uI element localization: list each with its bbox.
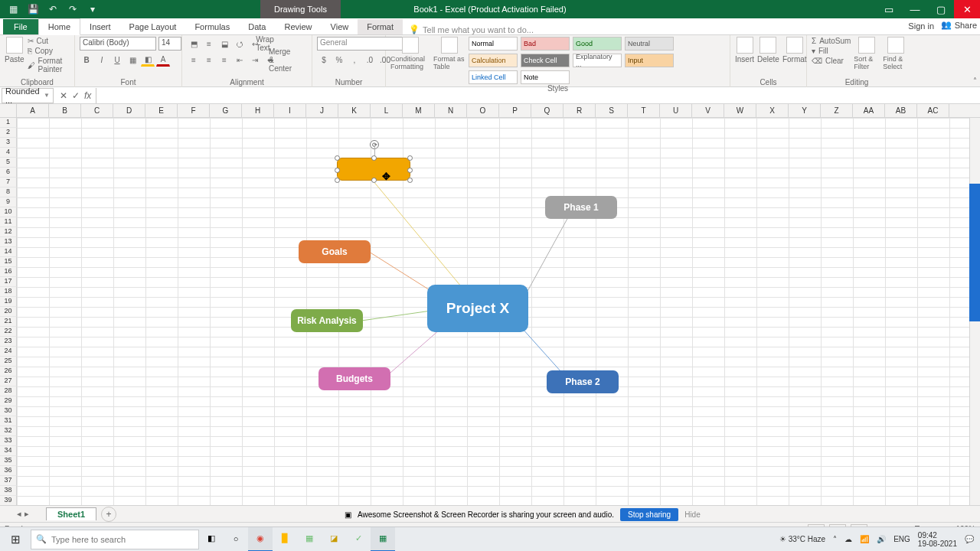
taskbar-app-1[interactable]: ▦ — [297, 527, 322, 552]
shape-risk-analysis[interactable]: Risk Analysis — [291, 309, 363, 332]
resize-handle-se[interactable] — [407, 178, 413, 183]
row-4[interactable]: 4 — [0, 148, 17, 158]
align-bottom[interactable]: ⬓ — [217, 37, 231, 51]
col-N[interactable]: N — [435, 104, 467, 117]
ribbon-display-options[interactable]: ▭ — [876, 0, 902, 18]
shape-goals[interactable]: Goals — [299, 240, 371, 263]
weather-widget[interactable]: ☀ 33°C Haze — [779, 535, 825, 543]
row-6[interactable]: 6 — [0, 168, 17, 178]
align-center[interactable]: ≡ — [202, 53, 216, 67]
row-13[interactable]: 13 — [0, 237, 17, 247]
row-34[interactable]: 34 — [0, 446, 17, 456]
col-E[interactable]: E — [145, 104, 178, 117]
shape-budgets[interactable]: Budgets — [318, 367, 390, 390]
row-8[interactable]: 8 — [0, 187, 17, 197]
row-3[interactable]: 3 — [0, 138, 17, 148]
row-30[interactable]: 30 — [0, 406, 17, 416]
row-33[interactable]: 33 — [0, 436, 17, 446]
tray-wifi-icon[interactable]: 📶 — [860, 535, 869, 543]
align-right[interactable]: ≡ — [217, 53, 231, 67]
copy-button[interactable]: ⎘ Copy — [28, 47, 70, 55]
row-27[interactable]: 27 — [0, 377, 17, 386]
col-W[interactable]: W — [724, 104, 756, 117]
taskbar-chrome[interactable]: ◉ — [248, 527, 273, 552]
row-5[interactable]: 5 — [0, 158, 17, 168]
resize-handle-s[interactable] — [371, 178, 377, 183]
sheet-nav-buttons[interactable]: ◂ ▸ — [0, 509, 46, 519]
col-AB[interactable]: AB — [885, 104, 917, 117]
row-35[interactable]: 35 — [0, 456, 17, 466]
tray-chevron[interactable]: ˄ — [833, 535, 837, 543]
cells-area[interactable]: ⟳ ✥ Goals Risk Analysis Budgets Project … — [17, 118, 969, 505]
row-9[interactable]: 9 — [0, 197, 17, 207]
share-button[interactable]: 👥 Share — [941, 20, 977, 30]
style-input[interactable]: Input — [625, 54, 674, 67]
sort-filter-button[interactable]: Sort & Filter — [854, 37, 880, 70]
col-S[interactable]: S — [596, 104, 628, 117]
tab-format[interactable]: Format — [358, 19, 403, 34]
font-name-combo[interactable]: Calibri (Body) — [80, 37, 156, 51]
row-7[interactable]: 7 — [0, 178, 17, 187]
hide-share-bar-button[interactable]: Hide — [684, 510, 701, 519]
side-panel-tab[interactable] — [969, 184, 980, 321]
redo-button[interactable]: ↷ — [64, 1, 81, 18]
tab-page-layout[interactable]: Page Layout — [120, 19, 186, 34]
resize-handle-e[interactable] — [407, 168, 413, 173]
cancel-fx-button[interactable]: ✕ — [60, 90, 67, 101]
tray-volume-icon[interactable]: 🔊 — [877, 535, 886, 543]
tab-insert[interactable]: Insert — [80, 19, 120, 34]
style-check-cell[interactable]: Check Cell — [521, 54, 570, 67]
row-2[interactable]: 2 — [0, 128, 17, 138]
resize-handle-n[interactable] — [371, 155, 377, 161]
align-middle[interactable]: ≡ — [202, 37, 216, 51]
col-H[interactable]: H — [242, 104, 274, 117]
shape-phase-2[interactable]: Phase 2 — [547, 370, 619, 393]
col-K[interactable]: K — [338, 104, 371, 117]
style-note[interactable]: Note — [521, 70, 570, 84]
row-28[interactable]: 28 — [0, 386, 17, 396]
conditional-formatting-button[interactable]: Conditional Formatting — [390, 37, 430, 70]
tray-cloud-icon[interactable]: ☁ — [844, 535, 852, 543]
row-39[interactable]: 39 — [0, 496, 17, 505]
row-15[interactable]: 15 — [0, 257, 17, 267]
row-31[interactable]: 31 — [0, 416, 17, 426]
row-21[interactable]: 21 — [0, 317, 17, 327]
undo-button[interactable]: ↶ — [44, 1, 61, 18]
task-view-button[interactable]: ◧ — [199, 527, 224, 552]
col-U[interactable]: U — [660, 104, 692, 117]
resize-handle-sw[interactable] — [335, 178, 340, 183]
row-12[interactable]: 12 — [0, 227, 17, 237]
shape-project-x[interactable]: Project X — [427, 285, 528, 332]
style-bad[interactable]: Bad — [521, 37, 570, 51]
new-sheet-button[interactable]: + — [101, 507, 116, 522]
italic-button[interactable]: I — [95, 53, 109, 67]
taskbar-search[interactable]: 🔍 Type here to search — [31, 530, 199, 549]
fill-color-button[interactable]: ◧ — [141, 53, 155, 67]
col-M[interactable]: M — [403, 104, 435, 117]
tab-data[interactable]: Data — [239, 19, 275, 34]
minimize-button[interactable]: — — [902, 0, 928, 18]
bold-button[interactable]: B — [80, 53, 93, 67]
decrease-indent[interactable]: ⇤ — [233, 53, 247, 67]
qat-customize[interactable]: ▾ — [84, 1, 101, 18]
col-D[interactable]: D — [113, 104, 145, 117]
row-37[interactable]: 37 — [0, 476, 17, 486]
increase-indent[interactable]: ⇥ — [248, 53, 262, 67]
currency-button[interactable]: $ — [317, 53, 331, 67]
col-O[interactable]: O — [467, 104, 499, 117]
orientation[interactable]: ⭯ — [233, 37, 247, 51]
align-top[interactable]: ⬒ — [187, 37, 201, 51]
col-Z[interactable]: Z — [821, 104, 853, 117]
increase-decimal[interactable]: .0 — [363, 53, 377, 67]
row-23[interactable]: 23 — [0, 337, 17, 347]
find-select-button[interactable]: Find & Select — [883, 37, 909, 70]
taskbar-file-explorer[interactable]: ▉ — [273, 527, 297, 552]
row-32[interactable]: 32 — [0, 426, 17, 436]
col-Y[interactable]: Y — [789, 104, 821, 117]
tab-view[interactable]: View — [322, 19, 358, 34]
font-color-button[interactable]: A — [156, 53, 170, 67]
sheet-tab-sheet1[interactable]: Sheet1 — [46, 507, 96, 520]
col-B[interactable]: B — [49, 104, 81, 117]
row-17[interactable]: 17 — [0, 277, 17, 287]
style-neutral[interactable]: Neutral — [625, 37, 674, 51]
